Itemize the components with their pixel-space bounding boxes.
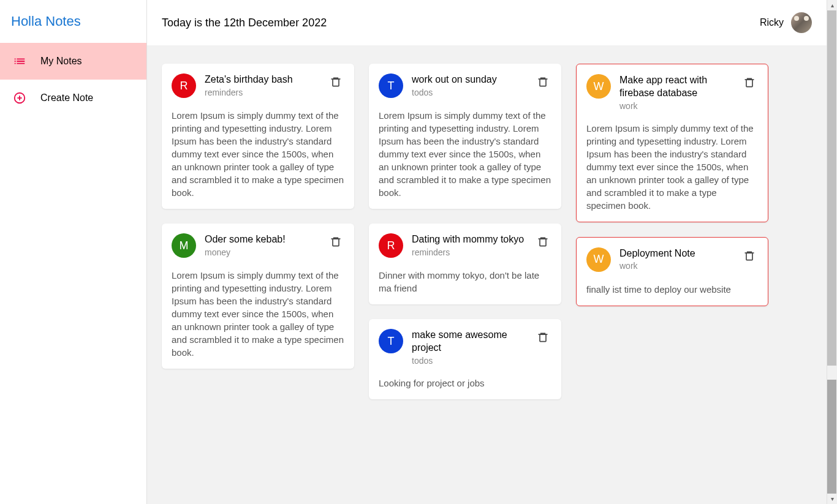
note-title: Make app react with firebase database <box>619 74 732 100</box>
note-category: work <box>619 261 732 271</box>
sidebar-item-label: My Notes <box>40 56 82 67</box>
note-card[interactable]: T make some awesome project todos Lookin… <box>369 319 561 399</box>
main-content: Today is the 12th December 2022 Ricky R … <box>147 0 837 504</box>
delete-icon[interactable] <box>534 233 551 253</box>
delete-icon[interactable] <box>327 73 344 93</box>
category-badge: W <box>586 74 611 99</box>
note-body: Lorem Ipsum is simply dummy text of the … <box>172 109 344 199</box>
note-category: reminders <box>412 247 526 257</box>
sidebar-item-create-note[interactable]: Create Note <box>0 80 146 116</box>
delete-icon[interactable] <box>741 247 758 267</box>
note-category: todos <box>412 356 526 366</box>
scrollbar-thumb[interactable] <box>827 380 836 494</box>
svg-rect-6 <box>540 239 546 246</box>
category-badge: T <box>379 73 403 98</box>
scrollbar-thumb[interactable] <box>827 10 836 366</box>
note-title: make some awesome project <box>412 329 526 355</box>
note-body: Lorem Ipsum is simply dummy text of the … <box>172 269 344 359</box>
delete-icon[interactable] <box>327 233 344 253</box>
note-title: Oder some kebab! <box>205 233 319 246</box>
list-icon <box>12 54 27 69</box>
note-body: Looking for project or jobs <box>379 377 551 389</box>
user-name: Ricky <box>760 17 784 28</box>
note-card[interactable]: W Make app react with firebase database … <box>576 64 768 222</box>
sidebar-item-my-notes[interactable]: My Notes <box>0 43 146 80</box>
scroll-down-icon[interactable]: ▾ <box>827 494 837 504</box>
svg-rect-8 <box>746 80 752 87</box>
category-badge: R <box>379 233 403 258</box>
avatar[interactable] <box>791 12 812 33</box>
delete-icon[interactable] <box>534 73 551 93</box>
svg-rect-3 <box>333 79 339 86</box>
note-card[interactable]: T work out on sunday todos Lorem Ipsum i… <box>369 64 561 209</box>
note-category: reminders <box>205 88 319 97</box>
notes-columns: R Zeta's birthday bash reminders Lorem I… <box>162 64 812 399</box>
category-badge: M <box>172 233 196 258</box>
note-card[interactable]: R Dating with mommy tokyo reminders Dinn… <box>369 224 561 304</box>
note-category: work <box>619 101 732 111</box>
user-section[interactable]: Ricky <box>760 12 812 33</box>
scrollbar[interactable]: ▴ ▾ <box>827 0 837 504</box>
date-display: Today is the 12th December 2022 <box>162 17 327 29</box>
note-body: Lorem Ipsum is simply dummy text of the … <box>586 122 758 212</box>
note-title: Deployment Note <box>619 247 732 260</box>
delete-icon[interactable] <box>741 74 758 94</box>
note-category: money <box>205 247 319 257</box>
svg-rect-5 <box>540 79 546 86</box>
svg-rect-4 <box>333 239 339 246</box>
notes-column: T work out on sunday todos Lorem Ipsum i… <box>369 64 561 399</box>
sidebar-item-label: Create Note <box>40 92 93 103</box>
plus-circle-icon <box>12 91 27 105</box>
delete-icon[interactable] <box>534 329 551 348</box>
notes-area: R Zeta's birthday bash reminders Lorem I… <box>147 45 827 504</box>
note-title: Zeta's birthday bash <box>205 73 319 86</box>
note-title: work out on sunday <box>412 73 526 86</box>
note-body: finally ist time to deploy our website <box>586 283 758 296</box>
header: Today is the 12th December 2022 Ricky <box>147 0 827 45</box>
scroll-up-icon[interactable]: ▴ <box>827 0 837 10</box>
svg-rect-9 <box>746 253 752 260</box>
note-category: todos <box>412 88 526 97</box>
app-logo: Holla Notes <box>0 0 146 43</box>
svg-rect-7 <box>540 334 546 342</box>
note-card[interactable]: W Deployment Note work finally ist time … <box>576 237 768 306</box>
category-badge: R <box>172 73 196 98</box>
note-body: Lorem Ipsum is simply dummy text of the … <box>379 109 551 199</box>
note-card[interactable]: M Oder some kebab! money Lorem Ipsum is … <box>162 224 354 369</box>
sidebar: Holla Notes My Notes Create Note <box>0 0 147 504</box>
notes-column: W Make app react with firebase database … <box>576 64 768 399</box>
note-body: Dinner with mommy tokyo, don't be late m… <box>379 269 551 295</box>
category-badge: W <box>586 247 611 272</box>
notes-column: R Zeta's birthday bash reminders Lorem I… <box>162 64 354 399</box>
note-card[interactable]: R Zeta's birthday bash reminders Lorem I… <box>162 64 354 209</box>
category-badge: T <box>379 329 403 353</box>
note-title: Dating with mommy tokyo <box>412 233 526 246</box>
